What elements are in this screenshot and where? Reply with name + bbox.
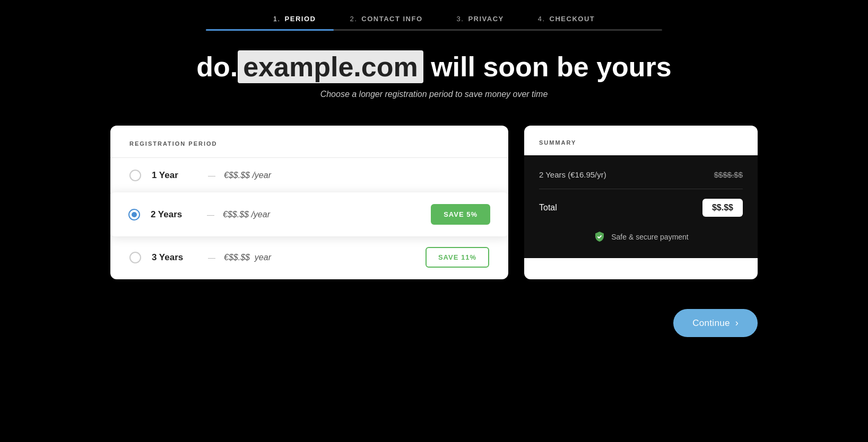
step-4-number: 4.: [538, 15, 545, 23]
summary-total-row: Total $$.$$: [539, 199, 743, 217]
period-dash-1year: —: [208, 171, 215, 180]
period-label-1year: 1 Year: [152, 170, 199, 181]
summary-header: SUMMARY: [524, 126, 758, 155]
step-3-label: PRIVACY: [468, 15, 504, 23]
secure-payment-row: Safe & secure payment: [539, 228, 743, 245]
step-period[interactable]: 1. PERIOD: [256, 15, 333, 23]
hero-title-suffix: will soon be yours: [423, 51, 672, 82]
stepper-line-fill: [206, 29, 334, 31]
summary-divider: [539, 189, 743, 189]
step-1-number: 1.: [273, 15, 281, 23]
step-contact-info[interactable]: 2. CONTACT INFO: [333, 15, 439, 23]
registration-card: REGISTRATION PERIOD 1 Year — €$$.$$ /yea…: [110, 126, 508, 279]
step-1-label: PERIOD: [285, 15, 316, 23]
hero-title-prefix: do.: [196, 51, 238, 82]
hero-section: do.example.com will soon be yours Choose…: [0, 31, 868, 110]
shield-icon: [593, 231, 606, 243]
period-row-2years[interactable]: 2 Years — €$$.$$ /year SAVE 5%: [110, 192, 508, 236]
stepper: 1. PERIOD 2. CONTACT INFO 3. PRIVACY 4. …: [0, 0, 868, 23]
period-dash-2years: —: [207, 210, 214, 219]
save-5pct-button[interactable]: SAVE 5%: [431, 204, 490, 225]
step-3-number: 3.: [457, 15, 464, 23]
step-2-number: 2.: [350, 15, 357, 23]
continue-button-container: Continue ›: [89, 300, 779, 353]
main-content: REGISTRATION PERIOD 1 Year — €$$.$$ /yea…: [89, 110, 779, 300]
step-4-label: CHECKOUT: [550, 15, 595, 23]
chevron-right-icon: ›: [735, 317, 739, 329]
period-dash-3years: —: [208, 253, 215, 262]
step-2-label: CONTACT INFO: [361, 15, 422, 23]
period-row-3years[interactable]: 3 Years — €$$.$$ year SAVE 11%: [110, 235, 508, 279]
summary-line-item-label: 2 Years (€16.95/yr): [539, 170, 606, 179]
summary-body: 2 Years (€16.95/yr) $$$$.$$ Total $$.$$ …: [524, 155, 758, 258]
step-privacy[interactable]: 3. PRIVACY: [440, 15, 521, 23]
save-11pct-button[interactable]: SAVE 11%: [426, 247, 489, 268]
summary-line-item-row: 2 Years (€16.95/yr) $$$$.$$: [539, 170, 743, 179]
step-checkout[interactable]: 4. CHECKOUT: [521, 15, 612, 23]
continue-button-label: Continue: [692, 318, 730, 329]
stepper-progress: [206, 29, 662, 31]
summary-title: SUMMARY: [539, 139, 576, 146]
radio-2years[interactable]: [128, 209, 140, 220]
summary-line-item-value: $$$$.$$: [714, 170, 743, 179]
period-price-1year: €$$.$$ /year: [224, 171, 271, 180]
summary-total-label: Total: [539, 203, 557, 213]
period-price-3years: €$$.$$ year: [224, 253, 271, 262]
summary-total-value: $$.$$: [702, 199, 743, 217]
registration-section-title: REGISTRATION PERIOD: [129, 140, 218, 147]
hero-domain-highlight: example.com: [238, 50, 423, 83]
radio-1year[interactable]: [129, 170, 141, 181]
continue-button[interactable]: Continue ›: [673, 309, 758, 337]
period-price-2years: €$$.$$ /year: [223, 210, 270, 219]
hero-subtitle: Choose a longer registration period to s…: [11, 90, 857, 99]
registration-card-header: REGISTRATION PERIOD: [110, 126, 508, 158]
period-row-1year[interactable]: 1 Year — €$$.$$ /year: [110, 158, 508, 193]
period-label-3years: 3 Years: [152, 252, 199, 263]
secure-payment-text: Safe & secure payment: [611, 233, 689, 241]
period-label-2years: 2 Years: [151, 209, 198, 220]
hero-title: do.example.com will soon be yours: [11, 52, 857, 82]
summary-card: SUMMARY 2 Years (€16.95/yr) $$$$.$$ Tota…: [524, 126, 758, 279]
radio-3years[interactable]: [129, 252, 141, 263]
